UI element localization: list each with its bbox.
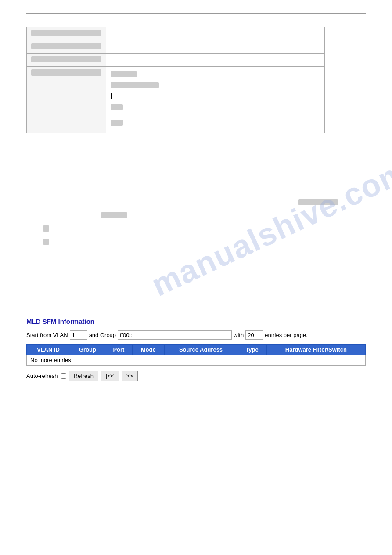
first-page-button[interactable]: |<< — [101, 371, 119, 381]
and-group-label: and Group — [89, 332, 116, 338]
entries-input[interactable] — [245, 330, 263, 340]
vlan-input[interactable] — [70, 330, 87, 340]
col-group: Group — [70, 345, 105, 355]
col-vlan-id: VLAN ID — [27, 345, 70, 355]
scatter-item-2 — [26, 212, 366, 218]
mld-sfm-title: MLD SFM Information — [26, 318, 366, 325]
col-mode: Mode — [132, 345, 164, 355]
col-hardware-filter: Hardware Filter/Switch — [266, 345, 365, 355]
refresh-button[interactable]: Refresh — [69, 371, 99, 381]
mld-data-table: VLAN ID Group Port Mode Source Address T… — [26, 344, 366, 366]
row3-label — [27, 54, 106, 67]
start-from-label: Start from VLAN — [26, 332, 68, 338]
row2-value — [106, 40, 325, 54]
table-header-row: VLAN ID Group Port Mode Source Address T… — [27, 345, 366, 355]
row3-value — [106, 54, 325, 67]
table-row — [27, 67, 325, 133]
auto-refresh-label: Auto-refresh — [26, 373, 58, 379]
top-divider — [26, 13, 366, 14]
scatter-item-3 — [26, 225, 366, 232]
col-source-address: Source Address — [164, 345, 237, 355]
mld-sfm-section: MLD SFM Information Start from VLAN and … — [26, 318, 366, 381]
table-row — [27, 40, 325, 54]
row1-label — [27, 27, 106, 40]
per-page-label: entries per page. — [265, 332, 308, 338]
auto-refresh-row: Auto-refresh Refresh |<< >> — [26, 371, 366, 381]
col-type: Type — [237, 345, 266, 355]
row4-value — [106, 67, 325, 133]
scatter-item-1 — [26, 199, 366, 205]
info-table — [26, 27, 325, 133]
group-input[interactable] — [118, 330, 232, 340]
no-entries-row: No more entries — [27, 355, 366, 366]
no-entries-text: No more entries — [27, 355, 366, 366]
bottom-divider — [26, 399, 366, 399]
table-row — [27, 27, 325, 40]
row4-label — [27, 67, 106, 133]
row1-value — [106, 27, 325, 40]
col-port: Port — [105, 345, 133, 355]
with-label: with — [234, 332, 244, 338]
row2-label — [27, 40, 106, 54]
middle-section: manualshive.com — [26, 146, 366, 313]
filter-row: Start from VLAN and Group with entries p… — [26, 330, 366, 340]
auto-refresh-checkbox[interactable] — [61, 373, 66, 379]
scatter-item-4 — [26, 239, 366, 245]
next-page-button[interactable]: >> — [122, 371, 138, 381]
table-row — [27, 54, 325, 67]
